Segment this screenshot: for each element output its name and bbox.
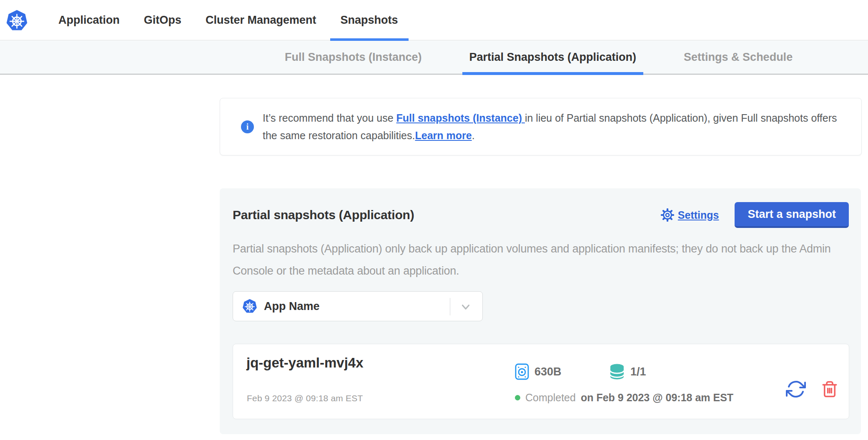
info-banner: i It’s recommend that you use Full snaps…	[220, 98, 862, 155]
partial-snapshots-panel: Partial snapshots (Application)	[220, 188, 861, 434]
main-nav: Application GitOps Cluster Management Sn…	[58, 0, 398, 40]
nav-label: Snapshots	[341, 14, 398, 27]
status-label: Completed	[525, 392, 576, 404]
nav-label: Application	[58, 14, 120, 27]
active-underline	[462, 72, 644, 75]
snapshots-subnav: Full Snapshots (Instance) Partial Snapsh…	[0, 41, 868, 75]
top-header: Application GitOps Cluster Management Sn…	[0, 0, 868, 40]
gear-icon	[661, 208, 674, 222]
banner-text-end: .	[472, 130, 475, 141]
tab-label: Partial Snapshots (Application)	[469, 51, 637, 64]
selector-divider	[450, 298, 450, 315]
snapshot-row: jq-get-yaml-mvj4x Feb 9 2023 @ 09:18 am …	[233, 344, 849, 419]
snapshot-size-value: 630B	[534, 365, 562, 378]
nav-item-gitops[interactable]: GitOps	[144, 0, 181, 40]
delete-snapshot-button[interactable]	[821, 380, 838, 400]
active-underline	[330, 38, 409, 41]
snapshot-status: Completed on Feb 9 2023 @ 09:18 am EST	[515, 392, 733, 404]
snapshot-started-date: Feb 9 2023 @ 09:18 am EST	[247, 393, 363, 403]
kubernetes-logo-icon	[6, 10, 28, 32]
restore-icon	[786, 379, 806, 399]
trash-icon	[821, 380, 838, 398]
app-name-selector[interactable]: App Name	[233, 291, 483, 321]
full-snapshots-link[interactable]: Full snapshots (Instance)	[396, 112, 525, 124]
banner-text: It’s recommend that you use Full snapsho…	[263, 109, 846, 144]
app-name-value: App Name	[264, 300, 320, 313]
start-snapshot-button[interactable]: Start a snapshot	[735, 202, 849, 228]
nav-item-cluster-management[interactable]: Cluster Management	[206, 0, 316, 40]
status-dot	[515, 395, 520, 400]
nav-item-snapshots[interactable]: Snapshots	[341, 0, 398, 40]
disk-size-icon	[515, 363, 529, 380]
panel-description: Partial snapshots (Application) only bac…	[233, 238, 850, 282]
panel-header-actions: Settings Start a snapshot	[661, 202, 849, 228]
tab-full-snapshots[interactable]: Full Snapshots (Instance)	[278, 40, 429, 74]
snapshot-volumes: 1/1	[609, 363, 646, 380]
chevron-down-icon	[459, 301, 472, 313]
snapshot-size: 630B	[515, 363, 562, 380]
settings-link[interactable]: Settings	[661, 208, 719, 222]
nav-label: Cluster Management	[206, 14, 316, 27]
settings-label: Settings	[678, 209, 719, 221]
tab-settings-schedule[interactable]: Settings & Schedule	[677, 40, 800, 74]
tab-partial-snapshots[interactable]: Partial Snapshots (Application)	[462, 40, 644, 74]
nav-label: GitOps	[144, 14, 181, 27]
restore-snapshot-button[interactable]	[786, 379, 806, 400]
snapshot-name: jq-get-yaml-mvj4x	[246, 355, 364, 371]
tab-label: Full Snapshots (Instance)	[285, 51, 422, 64]
app-kubernetes-icon	[242, 299, 257, 314]
page-title: Partial snapshots (Application)	[233, 208, 414, 222]
nav-item-application[interactable]: Application	[58, 0, 120, 40]
status-finished-date: on Feb 9 2023 @ 09:18 am EST	[581, 392, 733, 404]
learn-more-link[interactable]: Learn more	[415, 130, 472, 141]
banner-text-start: It’s recommend that you use	[263, 112, 396, 124]
panel-header: Partial snapshots (Application)	[233, 202, 849, 228]
tab-label: Settings & Schedule	[684, 51, 793, 64]
info-icon: i	[241, 120, 254, 133]
snapshot-volumes-value: 1/1	[630, 365, 646, 378]
volumes-database-icon	[609, 363, 625, 380]
